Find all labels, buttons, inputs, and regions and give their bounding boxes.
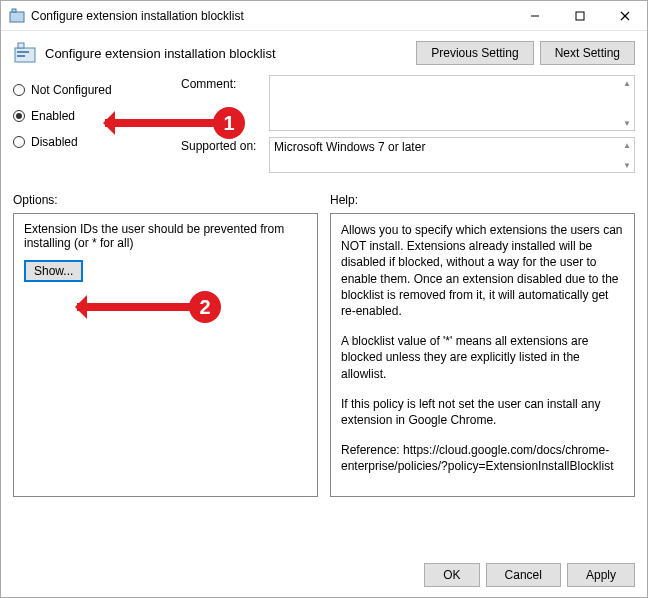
policy-editor-window: Configure extension installation blockli… bbox=[0, 0, 648, 598]
scroll-down-icon[interactable]: ▼ bbox=[620, 158, 634, 172]
minimize-button[interactable] bbox=[512, 1, 557, 31]
radio-label: Disabled bbox=[31, 135, 78, 149]
help-paragraph: A blocklist value of '*' means all exten… bbox=[341, 333, 624, 382]
supported-on-textarea: Microsoft Windows 7 or later ▲▼ bbox=[269, 137, 635, 173]
radio-label: Enabled bbox=[31, 109, 75, 123]
scrollbar[interactable]: ▲▼ bbox=[620, 76, 634, 130]
comment-label: Comment: bbox=[181, 75, 269, 131]
options-pane: Options: Extension IDs the user should b… bbox=[13, 193, 318, 497]
radio-enabled[interactable]: Enabled bbox=[13, 109, 181, 123]
help-label: Help: bbox=[330, 193, 635, 207]
ok-button[interactable]: OK bbox=[424, 563, 479, 587]
previous-setting-button[interactable]: Previous Setting bbox=[416, 41, 533, 65]
radio-icon bbox=[13, 136, 25, 148]
footer: OK Cancel Apply bbox=[1, 553, 647, 597]
comment-textarea[interactable]: ▲▼ bbox=[269, 75, 635, 131]
options-box: Extension IDs the user should be prevent… bbox=[13, 213, 318, 497]
radio-not-configured[interactable]: Not Configured bbox=[13, 83, 181, 97]
help-pane: Help: Allows you to specify which extens… bbox=[330, 193, 635, 497]
header: Configure extension installation blockli… bbox=[1, 31, 647, 71]
policy-icon bbox=[9, 8, 25, 24]
svg-rect-8 bbox=[17, 51, 29, 53]
svg-rect-3 bbox=[576, 12, 584, 20]
help-box[interactable]: Allows you to specify which extensions t… bbox=[330, 213, 635, 497]
close-button[interactable] bbox=[602, 1, 647, 31]
svg-rect-7 bbox=[18, 43, 24, 48]
supported-on-label: Supported on: bbox=[181, 137, 269, 173]
radio-icon bbox=[13, 84, 25, 96]
help-paragraph: Reference: https://cloud.google.com/docs… bbox=[341, 442, 624, 474]
radio-label: Not Configured bbox=[31, 83, 112, 97]
maximize-button[interactable] bbox=[557, 1, 602, 31]
scrollbar[interactable]: ▲▼ bbox=[620, 138, 634, 172]
scroll-down-icon[interactable]: ▼ bbox=[620, 116, 634, 130]
policy-title: Configure extension installation blockli… bbox=[45, 46, 410, 61]
scroll-up-icon[interactable]: ▲ bbox=[620, 138, 634, 152]
next-setting-button[interactable]: Next Setting bbox=[540, 41, 635, 65]
radio-icon bbox=[13, 110, 25, 122]
titlebar: Configure extension installation blockli… bbox=[1, 1, 647, 31]
show-button[interactable]: Show... bbox=[24, 260, 83, 282]
help-paragraph: If this policy is left not set the user … bbox=[341, 396, 624, 428]
options-text: Extension IDs the user should be prevent… bbox=[24, 222, 307, 250]
supported-on-value: Microsoft Windows 7 or later bbox=[274, 140, 425, 154]
svg-rect-0 bbox=[10, 12, 24, 22]
policy-setting-icon bbox=[13, 41, 37, 65]
settings-area: Not Configured Enabled Disabled Comment:… bbox=[1, 71, 647, 179]
scroll-up-icon[interactable]: ▲ bbox=[620, 76, 634, 90]
fields: Comment: ▲▼ Supported on: Microsoft Wind… bbox=[181, 75, 635, 179]
svg-rect-9 bbox=[17, 55, 25, 57]
options-label: Options: bbox=[13, 193, 318, 207]
svg-rect-1 bbox=[12, 9, 16, 12]
window-title: Configure extension installation blockli… bbox=[31, 9, 512, 23]
panes: Options: Extension IDs the user should b… bbox=[1, 179, 647, 497]
cancel-button[interactable]: Cancel bbox=[486, 563, 561, 587]
radio-disabled[interactable]: Disabled bbox=[13, 135, 181, 149]
state-radios: Not Configured Enabled Disabled bbox=[13, 75, 181, 179]
apply-button[interactable]: Apply bbox=[567, 563, 635, 587]
help-paragraph: Allows you to specify which extensions t… bbox=[341, 222, 624, 319]
